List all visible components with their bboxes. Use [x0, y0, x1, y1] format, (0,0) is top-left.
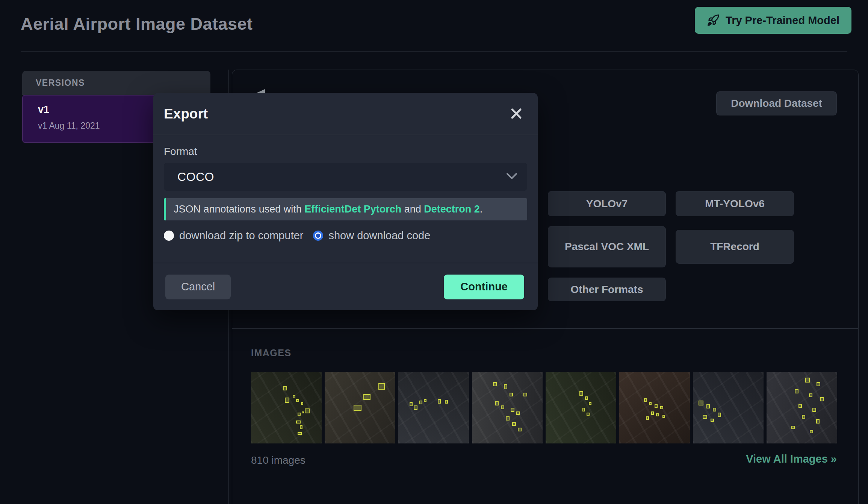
- header-divider: [21, 51, 847, 52]
- image-thumbnail[interactable]: [325, 372, 395, 443]
- info-text-suffix: .: [480, 203, 483, 215]
- annotation-box: [651, 411, 654, 415]
- modal-footer: Cancel Continue: [153, 263, 538, 310]
- annotation-box: [805, 378, 809, 383]
- continue-button[interactable]: Continue: [444, 275, 524, 299]
- annotation-box: [293, 395, 296, 399]
- annotation-box: [655, 404, 658, 408]
- annotation-box: [816, 419, 820, 423]
- image-thumbnail[interactable]: [251, 372, 322, 443]
- export-destination-radios: download zip to computer show download c…: [164, 229, 527, 242]
- annotation-box: [585, 396, 588, 400]
- image-thumbnail[interactable]: [472, 372, 543, 443]
- annotation-box: [656, 413, 659, 416]
- annotation-box: [644, 398, 647, 402]
- close-icon[interactable]: [509, 106, 523, 121]
- images-count: 810 images: [251, 454, 305, 466]
- annotation-box: [504, 384, 507, 389]
- annotation-box: [301, 402, 303, 405]
- annotation-box: [703, 415, 707, 419]
- annotation-box: [363, 394, 370, 400]
- annotation-box: [354, 405, 361, 410]
- annotation-box: [512, 422, 516, 426]
- annotation-box: [711, 419, 714, 422]
- modal-header: Export: [153, 93, 538, 135]
- annotation-box: [511, 408, 514, 412]
- annotation-box: [662, 415, 665, 418]
- versions-label: VERSIONS: [36, 78, 85, 88]
- format-button-tfrecord[interactable]: TFRecord: [676, 230, 794, 264]
- format-button-pascal-voc[interactable]: Pascal VOC XML: [548, 226, 666, 267]
- annotation-box: [802, 415, 805, 419]
- format-button-other[interactable]: Other Formats: [548, 278, 666, 301]
- image-thumbnail[interactable]: [619, 372, 690, 443]
- format-selected-value: COCO: [177, 170, 214, 184]
- annotation-box: [579, 391, 583, 395]
- annotation-box: [713, 408, 716, 411]
- export-modal: Export Format COCO JSON annotations used…: [153, 93, 538, 310]
- annotation-box: [817, 382, 820, 386]
- chevron-down-icon: [505, 172, 518, 182]
- try-pretrained-model-label: Try Pre-Trained Model: [726, 14, 839, 27]
- format-button-yolov7[interactable]: YOLOv7: [548, 191, 666, 216]
- annotation-box: [791, 426, 795, 430]
- image-thumbnail[interactable]: [398, 372, 469, 443]
- annotation-box: [493, 382, 496, 386]
- annotation-box: [706, 404, 710, 408]
- radio-download-zip-label: download zip to computer: [179, 229, 303, 242]
- modal-title: Export: [164, 106, 208, 122]
- annotation-box: [506, 416, 509, 421]
- modal-header-divider: [153, 135, 538, 135]
- efficientdet-link[interactable]: EfficientDet Pytorch: [304, 203, 401, 215]
- panel-divider: [232, 328, 858, 329]
- annotation-box: [495, 401, 499, 405]
- info-text-middle: and: [401, 203, 424, 215]
- annotation-box: [283, 386, 287, 390]
- annotation-box: [699, 401, 703, 405]
- annotation-box: [589, 402, 592, 405]
- annotation-box: [298, 413, 301, 416]
- annotation-box: [582, 408, 585, 411]
- annotation-box: [795, 389, 798, 393]
- format-button-mt-yolov6[interactable]: MT-YOLOv6: [676, 191, 794, 216]
- annotation-box: [302, 411, 304, 414]
- annotation-box: [501, 405, 504, 409]
- annotation-box: [718, 413, 721, 417]
- versions-header: VERSIONS: [22, 71, 210, 95]
- detectron2-link[interactable]: Detectron 2: [424, 203, 480, 215]
- annotation-box: [523, 393, 527, 396]
- annotation-box: [445, 400, 448, 404]
- annotation-box: [296, 399, 299, 402]
- annotation-box: [424, 399, 427, 402]
- view-all-images-link[interactable]: View All Images »: [746, 453, 837, 465]
- modal-body: Format COCO JSON annotations used with E…: [153, 146, 538, 242]
- radio-show-code[interactable]: show download code: [313, 229, 430, 242]
- image-thumbnail[interactable]: [693, 372, 764, 443]
- cancel-button[interactable]: Cancel: [165, 275, 231, 299]
- thumbnail-strip: [251, 372, 838, 443]
- annotation-box: [298, 432, 302, 435]
- annotation-box: [410, 402, 413, 406]
- format-info-box: JSON annotations used with EfficientDet …: [164, 198, 527, 220]
- annotation-box: [516, 411, 520, 415]
- radio-download-zip[interactable]: download zip to computer: [164, 229, 303, 242]
- annotation-box: [820, 397, 824, 401]
- annotation-box: [305, 408, 310, 413]
- annotation-box: [438, 399, 441, 403]
- info-text-prefix: JSON annotations used with: [174, 203, 304, 215]
- format-label: Format: [164, 146, 527, 158]
- radio-circle-icon: [313, 231, 323, 241]
- annotation-box: [660, 406, 663, 409]
- download-dataset-button[interactable]: Download Dataset: [716, 91, 837, 115]
- annotation-box: [649, 402, 652, 405]
- format-select-dropdown[interactable]: COCO: [164, 163, 527, 191]
- annotation-box: [518, 428, 521, 431]
- radio-circle-icon: [164, 231, 174, 241]
- image-thumbnail[interactable]: [546, 372, 616, 443]
- annotation-box: [296, 421, 300, 424]
- annotation-box: [414, 405, 417, 410]
- try-pretrained-model-button[interactable]: Try Pre-Trained Model: [695, 7, 851, 34]
- annotation-box: [510, 393, 513, 396]
- annotation-box: [809, 393, 812, 397]
- image-thumbnail[interactable]: [767, 372, 837, 443]
